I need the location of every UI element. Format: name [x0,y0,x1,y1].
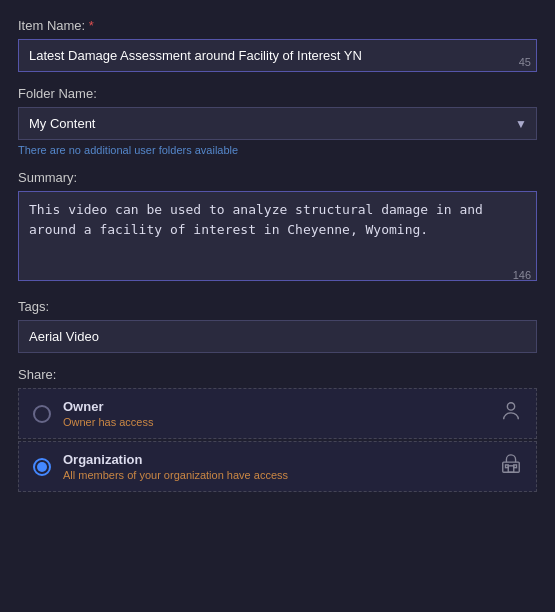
owner-subtitle: Owner has access [63,416,490,428]
item-name-char-count: 45 [519,56,531,68]
organization-option-text: Organization All members of your organiz… [63,452,490,481]
folder-name-section: Folder Name: My Content ▼ There are no a… [18,86,537,156]
svg-rect-4 [514,465,517,468]
item-name-input[interactable] [18,39,537,72]
svg-rect-2 [508,466,514,472]
summary-label: Summary: [18,170,537,185]
required-star: * [89,18,94,33]
share-option-organization[interactable]: Organization All members of your organiz… [18,441,537,492]
tags-input[interactable] [18,320,537,353]
radio-inner-dot [37,462,47,472]
tags-section: Tags: [18,299,537,353]
organization-subtitle: All members of your organization have ac… [63,469,490,481]
svg-rect-3 [506,465,509,468]
item-name-wrapper: 45 [18,39,537,72]
svg-point-0 [507,403,514,410]
folder-select-wrapper: My Content ▼ [18,107,537,140]
owner-radio[interactable] [33,405,51,423]
item-name-section: Item Name: * 45 [18,18,537,72]
organization-radio[interactable] [33,458,51,476]
share-section: Share: Owner Owner has access [18,367,537,492]
summary-section: Summary: This video can be used to analy… [18,170,537,285]
organization-title: Organization [63,452,490,467]
item-name-label: Item Name: * [18,18,537,33]
summary-textarea[interactable]: This video can be used to analyze struct… [18,191,537,281]
share-option-owner[interactable]: Owner Owner has access [18,388,537,439]
summary-wrapper: This video can be used to analyze struct… [18,191,537,285]
main-container: Item Name: * 45 Folder Name: My Content … [0,0,555,612]
folder-name-label: Folder Name: [18,86,537,101]
folder-hint: There are no additional user folders ava… [18,144,537,156]
owner-person-icon [500,400,522,427]
item-name-label-text: Item Name: [18,18,85,33]
organization-icon [500,453,522,480]
folder-name-select[interactable]: My Content [18,107,537,140]
owner-title: Owner [63,399,490,414]
summary-char-count: 146 [513,269,531,281]
tags-label: Tags: [18,299,537,314]
share-label: Share: [18,367,537,382]
owner-option-text: Owner Owner has access [63,399,490,428]
